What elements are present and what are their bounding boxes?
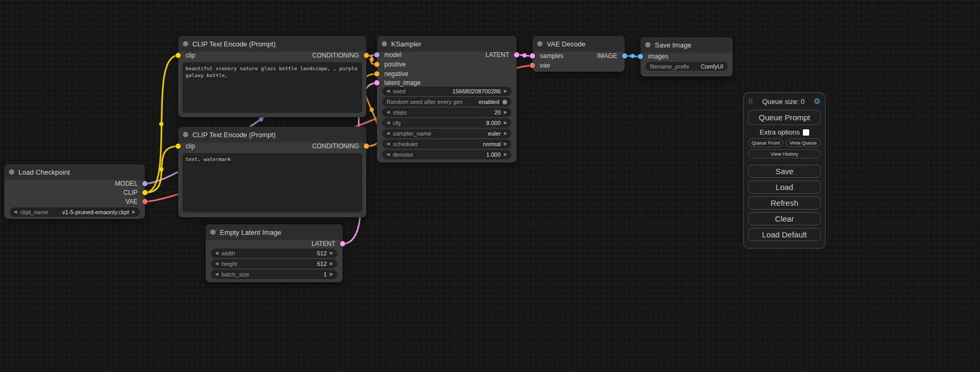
wire-midpoint-dot: [370, 108, 374, 112]
node-save-image[interactable]: Save Image images filename_prefix ComfyU…: [641, 37, 733, 77]
prev-arrow-icon[interactable]: ◀: [215, 251, 218, 255]
widget-sampler-name[interactable]: ◀ sampler_name euler ▶: [382, 129, 511, 138]
history-row: View History: [748, 149, 821, 158]
next-arrow-icon[interactable]: ▶: [504, 131, 507, 136]
widget-height[interactable]: ◀ height 512 ▶: [211, 259, 337, 269]
widget-label: ckpt_name: [20, 209, 48, 215]
next-arrow-icon[interactable]: ▶: [504, 121, 507, 125]
widget-scheduler[interactable]: ◀ scheduler normal ▶: [382, 139, 511, 149]
next-arrow-icon[interactable]: ▶: [330, 262, 333, 266]
widget-batch-size[interactable]: ◀ batch_size 1 ▶: [211, 270, 337, 279]
widget-value: ComfyUI: [701, 63, 723, 70]
refresh-button[interactable]: Refresh: [748, 196, 821, 209]
load-button[interactable]: Load: [748, 180, 821, 194]
output-port-vae[interactable]: [142, 199, 148, 204]
prev-arrow-icon[interactable]: ◀: [386, 142, 390, 146]
collapse-dot-icon[interactable]: [382, 41, 387, 46]
queue-front-button[interactable]: Queue Front: [748, 138, 783, 147]
collapse-dot-icon[interactable]: [537, 41, 542, 46]
widget-steps[interactable]: ◀ steps 20 ▶: [382, 108, 511, 117]
prompt-textarea[interactable]: beautiful scenery nature glass bottle la…: [182, 62, 362, 113]
widget-label: width: [221, 250, 235, 256]
drag-handle-icon[interactable]: ⠿: [748, 98, 753, 106]
input-port-model[interactable]: [374, 52, 380, 58]
next-arrow-icon[interactable]: ▶: [330, 272, 333, 276]
clear-button[interactable]: Clear: [748, 212, 821, 225]
collapse-dot-icon[interactable]: [9, 169, 14, 175]
prev-arrow-icon[interactable]: ◀: [14, 210, 17, 214]
input-port-vae[interactable]: [530, 63, 535, 68]
input-slot-label-images: images: [648, 52, 668, 61]
widget-seed[interactable]: ◀ seed 156680208700286 ▶: [382, 87, 511, 96]
output-port-image[interactable]: [622, 53, 627, 59]
node-header[interactable]: Empty Latent Image: [206, 224, 343, 240]
node-header[interactable]: Load Checkpoint: [4, 164, 145, 180]
node-ksampler[interactable]: KSampler model positive negative latent_…: [377, 36, 517, 163]
widget-ckpt-name[interactable]: ◀ ckpt_name v1-5-pruned-emaonly.ckpt ▶: [9, 207, 140, 217]
view-history-button[interactable]: View History: [748, 149, 821, 158]
widget-value: 156680208700286: [452, 88, 501, 94]
input-slot-label-positive: positive: [384, 60, 406, 69]
collapse-dot-icon[interactable]: [210, 230, 216, 235]
prev-arrow-icon[interactable]: ◀: [386, 110, 390, 115]
widget-cfg[interactable]: ◀ cfg 8.000 ▶: [382, 118, 511, 128]
node-load-checkpoint[interactable]: Load Checkpoint MODEL CLIP VAE ◀ ckpt_na…: [4, 164, 145, 219]
next-arrow-icon[interactable]: ▶: [330, 251, 333, 255]
widget-width[interactable]: ◀ width 512 ▶: [211, 249, 337, 258]
node-clip-text-encode-positive[interactable]: CLIP Text Encode (Prompt) clip CONDITION…: [178, 36, 366, 117]
input-slot-label-negative: negative: [384, 70, 408, 78]
input-port-latent-image[interactable]: [374, 80, 380, 85]
next-arrow-icon[interactable]: ▶: [504, 142, 507, 146]
extra-options-checkbox[interactable]: [803, 129, 809, 136]
prev-arrow-icon[interactable]: ◀: [386, 131, 390, 136]
prev-arrow-icon[interactable]: ◀: [386, 89, 390, 93]
collapse-dot-icon[interactable]: [183, 41, 188, 46]
node-clip-text-encode-negative[interactable]: CLIP Text Encode (Prompt) clip CONDITION…: [178, 127, 366, 217]
collapse-dot-icon[interactable]: [645, 42, 651, 47]
output-port-conditioning[interactable]: [364, 53, 369, 58]
node-header[interactable]: KSampler: [377, 36, 517, 52]
next-arrow-icon[interactable]: ▶: [132, 210, 135, 214]
view-queue-button[interactable]: View Queue: [785, 138, 821, 147]
output-port-conditioning[interactable]: [364, 144, 369, 149]
output-port-clip[interactable]: [142, 190, 148, 195]
output-port-latent[interactable]: [340, 241, 345, 246]
prev-arrow-icon[interactable]: ◀: [386, 152, 390, 157]
prev-arrow-icon[interactable]: ◀: [386, 121, 390, 125]
input-port-clip[interactable]: [176, 144, 181, 149]
node-header[interactable]: Save Image: [641, 37, 733, 53]
input-port-negative[interactable]: [374, 71, 380, 77]
graph-canvas[interactable]: Load Checkpoint MODEL CLIP VAE ◀ ckpt_na…: [0, 0, 980, 372]
next-arrow-icon[interactable]: ▶: [504, 110, 507, 115]
input-port-samples[interactable]: [530, 53, 535, 59]
output-slot-label-latent: LATENT: [486, 51, 509, 59]
widget-random-seed[interactable]: Random seed after every gen enabled: [382, 97, 511, 107]
collapse-dot-icon[interactable]: [183, 132, 188, 137]
save-button[interactable]: Save: [748, 165, 821, 178]
widget-denoise[interactable]: ◀ denoise 1.000 ▶: [382, 150, 511, 159]
widget-filename-prefix[interactable]: filename_prefix ComfyUI: [646, 62, 727, 71]
output-port-latent[interactable]: [514, 52, 519, 58]
node-vae-decode[interactable]: VAE Decode samples vae IMAGE: [532, 36, 625, 72]
input-port-clip[interactable]: [176, 53, 181, 58]
next-arrow-icon[interactable]: ▶: [504, 89, 507, 93]
load-default-button[interactable]: Load Default: [748, 228, 821, 241]
node-header[interactable]: VAE Decode: [532, 36, 625, 52]
widget-label: Random seed after every gen: [386, 99, 463, 105]
node-header[interactable]: CLIP Text Encode (Prompt): [178, 36, 366, 52]
output-slot-label-conditioning: CONDITIONING: [312, 51, 359, 60]
prev-arrow-icon[interactable]: ◀: [215, 272, 218, 276]
output-slot-label-latent: LATENT: [312, 240, 335, 248]
input-port-images[interactable]: [638, 54, 643, 59]
queue-prompt-button[interactable]: Queue Prompt: [748, 110, 821, 125]
widget-value: 8.000: [486, 120, 501, 126]
node-empty-latent-image[interactable]: Empty Latent Image LATENT ◀ width 512 ▶ …: [206, 224, 343, 282]
settings-gear-icon[interactable]: ⚙: [814, 97, 821, 106]
next-arrow-icon[interactable]: ▶: [504, 152, 507, 157]
input-port-positive[interactable]: [374, 62, 380, 67]
prev-arrow-icon[interactable]: ◀: [215, 262, 218, 266]
prompt-textarea[interactable]: text, watermark: [182, 153, 362, 212]
queue-buttons-row: Queue Front View Queue: [748, 138, 821, 147]
output-port-model[interactable]: [142, 181, 148, 186]
node-header[interactable]: CLIP Text Encode (Prompt): [178, 127, 366, 142]
